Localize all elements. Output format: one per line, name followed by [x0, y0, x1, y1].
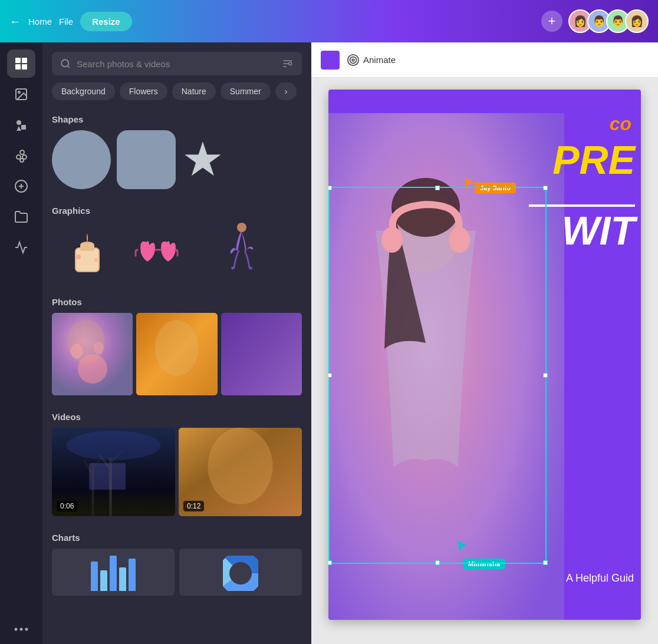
sidebar-icon-upload[interactable]	[7, 172, 35, 200]
back-button[interactable]: ←	[9, 15, 21, 28]
chart-bar-2	[100, 570, 107, 591]
svg-point-20	[289, 62, 292, 65]
search-bar	[42, 42, 311, 82]
topbar: ← Home File Resize + 👩 👨 👨 👩	[0, 0, 658, 42]
canvas-text-pre: PRE	[552, 140, 635, 180]
photos-section-title: Photos	[42, 292, 311, 313]
canvas-wrapper: co PRE WIT A Helpful Guid	[311, 78, 658, 644]
search-icon	[60, 58, 71, 69]
svg-point-27	[237, 223, 246, 232]
graphics-section-title: Graphics	[42, 201, 311, 222]
graphic-candle[interactable]	[52, 222, 123, 280]
sidebar-icon-folder[interactable]	[7, 203, 35, 231]
svg-rect-1	[22, 58, 27, 63]
animate-icon	[347, 54, 360, 67]
home-button[interactable]: Home	[28, 16, 52, 27]
cursor-label-orange: Jay Santo	[475, 183, 516, 193]
svg-rect-0	[15, 58, 21, 63]
topbar-right: + 👩 👨 👨 👩	[541, 9, 649, 33]
svg-rect-2	[15, 64, 21, 70]
search-input-wrap[interactable]	[52, 52, 302, 75]
svg-marker-57	[465, 178, 475, 190]
charts-preview	[52, 549, 302, 596]
cursor-label-teal: Mimansha	[463, 559, 505, 569]
canvas-toolbar: Animate	[311, 42, 658, 78]
svg-point-5	[18, 91, 20, 93]
sidebar-icon-chart[interactable]	[7, 233, 35, 262]
color-swatch[interactable]	[321, 51, 340, 70]
canvas-woman-photo	[328, 113, 564, 620]
svg-point-42	[67, 431, 161, 460]
svg-marker-58	[458, 541, 468, 553]
tag-nature[interactable]: Nature	[172, 82, 216, 100]
chart-bar-4	[119, 567, 126, 591]
video-item-1[interactable]: 0:06	[52, 428, 175, 516]
cursor-teal	[457, 540, 469, 556]
resize-button[interactable]: Resize	[80, 12, 132, 31]
graphic-heart-glasses[interactable]	[129, 222, 199, 280]
animate-button[interactable]: Animate	[347, 54, 396, 67]
shape-rounded-rect[interactable]	[117, 130, 176, 189]
chart-bar-3	[110, 556, 117, 591]
sidebar-icon-elements[interactable]	[7, 111, 35, 139]
svg-point-51	[328, 172, 526, 372]
tag-background[interactable]: Background	[52, 82, 115, 100]
svg-marker-8	[17, 126, 21, 131]
svg-point-30	[71, 344, 83, 358]
shape-star[interactable]: ★	[182, 136, 224, 183]
tag-summer[interactable]: Summer	[221, 82, 271, 100]
svg-point-24	[76, 255, 81, 259]
left-sidebar	[0, 42, 42, 644]
sidebar-icon-grid[interactable]	[7, 49, 35, 78]
svg-rect-52	[328, 113, 564, 620]
back-icon: ←	[9, 15, 21, 28]
svg-point-33	[155, 320, 199, 376]
search-input[interactable]	[77, 59, 276, 69]
tag-flowers[interactable]: Flowers	[120, 82, 167, 100]
avatar-group: 👩 👨 👨 👩	[568, 9, 649, 33]
svg-point-15	[25, 628, 28, 631]
cursor-orange	[464, 177, 476, 193]
animate-label: Animate	[363, 55, 396, 65]
avatar-4[interactable]: 👩	[625, 9, 649, 33]
sidebar-icon-paint[interactable]	[7, 141, 35, 170]
chart-pie-item[interactable]	[179, 549, 302, 596]
svg-point-13	[15, 628, 18, 631]
file-button[interactable]: File	[59, 16, 73, 27]
shapes-section-title: Shapes	[42, 110, 311, 130]
add-button[interactable]: +	[541, 11, 562, 32]
graphics-grid	[42, 222, 311, 292]
svg-point-31	[94, 342, 104, 354]
photo-item-3[interactable]	[221, 313, 302, 395]
svg-point-14	[20, 628, 23, 631]
canvas-subtitle: A Helpful Guid	[566, 572, 634, 584]
svg-point-9	[20, 150, 24, 154]
video-item-2[interactable]: 0:12	[179, 428, 302, 516]
canvas-logo: co	[610, 113, 631, 135]
canvas-design[interactable]: co PRE WIT A Helpful Guid	[328, 90, 641, 620]
photo-item-2[interactable]	[136, 313, 217, 395]
sidebar-icon-image[interactable]	[7, 80, 35, 108]
video-1-duration: 0:06	[57, 501, 77, 511]
graphic-dancer[interactable]	[205, 222, 276, 280]
svg-point-54	[391, 178, 460, 237]
svg-point-50	[352, 59, 354, 61]
svg-point-10	[17, 155, 21, 159]
svg-point-16	[61, 60, 68, 67]
svg-point-49	[350, 57, 357, 63]
canvas-text-wit: WIT	[561, 210, 635, 250]
charts-section	[42, 549, 311, 607]
chart-bar-item[interactable]	[52, 549, 175, 596]
media-panel: Background Flowers Nature Summer › Shape…	[42, 42, 311, 644]
svg-rect-34	[221, 313, 302, 395]
tag-chips: Background Flowers Nature Summer ›	[42, 82, 311, 110]
tag-more[interactable]: ›	[275, 82, 297, 100]
photo-item-1[interactable]	[52, 313, 133, 395]
chart-pie-svg	[223, 556, 258, 591]
svg-point-55	[381, 227, 403, 253]
svg-rect-7	[21, 125, 26, 130]
filter-icon[interactable]	[282, 58, 294, 70]
shape-circle[interactable]	[52, 130, 111, 189]
sidebar-more[interactable]	[14, 619, 28, 635]
selection-box	[328, 187, 547, 564]
